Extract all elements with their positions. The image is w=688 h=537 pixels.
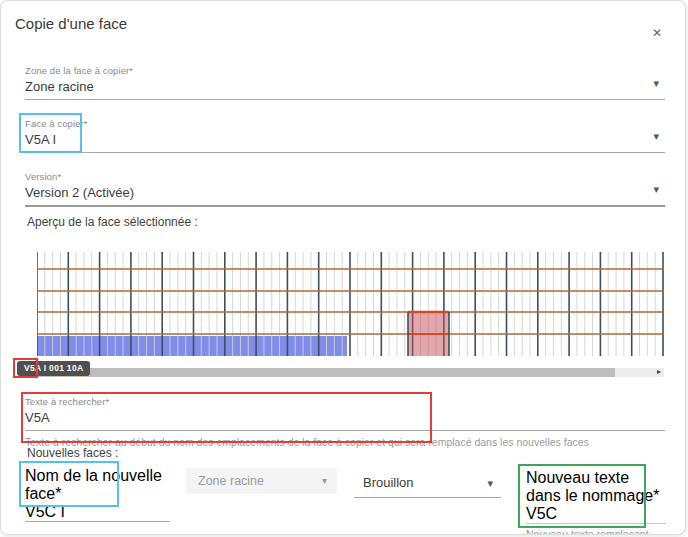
zone-select-label: Zone de la face à copier* — [25, 65, 665, 76]
preview-scrollbar[interactable]: ▸ — [37, 368, 664, 377]
dialog-title: Copie d'une face — [15, 15, 127, 32]
version-select-label: Version* — [25, 171, 665, 182]
zone-select-value: Zone racine — [25, 79, 665, 99]
scrollbar-thumb[interactable] — [37, 368, 615, 377]
version-select[interactable]: Version* Version 2 (Activée) ▾ — [25, 171, 665, 207]
face-select[interactable]: Face à copier* V5A I ▾ — [25, 118, 665, 153]
chevron-down-icon: ▾ — [653, 77, 659, 90]
new-faces-heading: Nouvelles faces : — [27, 446, 118, 460]
chevron-down-icon: ▾ — [487, 477, 493, 490]
new-naming-text-label: Nouveau texte dans le nommage* — [526, 469, 666, 505]
new-face-zone-select: Zone racine ▾ — [186, 468, 337, 494]
chevron-down-icon: ▾ — [653, 130, 659, 143]
new-face-zone-value: Zone racine — [198, 474, 264, 488]
search-text-label: Texte à rechercher* — [25, 396, 665, 407]
new-face-name-input[interactable]: Nom de la nouvelle face* V5C I — [25, 467, 170, 522]
preview-heading: Aperçu de la face sélectionnée : — [27, 215, 198, 229]
face-name-badge: V5A I 001 10A — [17, 361, 90, 376]
search-text-field[interactable]: Texte à rechercher* V5A Texte à recherch… — [25, 396, 665, 448]
new-naming-text-input[interactable]: Nouveau texte dans le nommage* V5C Nouve… — [526, 469, 666, 535]
chevron-down-icon: ▾ — [322, 475, 327, 486]
face-preview-grid — [37, 251, 664, 357]
chevron-down-icon: ▾ — [653, 183, 659, 196]
search-text-value: V5A — [25, 410, 665, 431]
copy-face-dialog: Copie d'une face ✕ Zone de la face à cop… — [0, 0, 686, 535]
version-select-value: Version 2 (Activée) — [25, 185, 665, 205]
new-naming-text-value: V5C — [526, 505, 666, 524]
new-face-status-value: Brouillon — [363, 475, 414, 490]
new-naming-text-helper: Nouveau texte remplaçant celui recherché — [526, 528, 654, 535]
search-text-helper: Texte à rechercher au début du nom des e… — [25, 436, 665, 448]
close-icon[interactable]: ✕ — [647, 23, 667, 43]
zone-select[interactable]: Zone de la face à copier* Zone racine ▾ — [25, 65, 665, 100]
new-face-name-label: Nom de la nouvelle face* — [25, 467, 170, 503]
face-select-value: V5A I — [25, 132, 665, 152]
scroll-right-icon[interactable]: ▸ — [657, 366, 661, 378]
face-select-label: Face à copier* — [25, 118, 665, 129]
new-face-name-value: V5C I — [25, 503, 170, 521]
new-face-status-select[interactable]: Brouillon ▾ — [354, 469, 501, 498]
